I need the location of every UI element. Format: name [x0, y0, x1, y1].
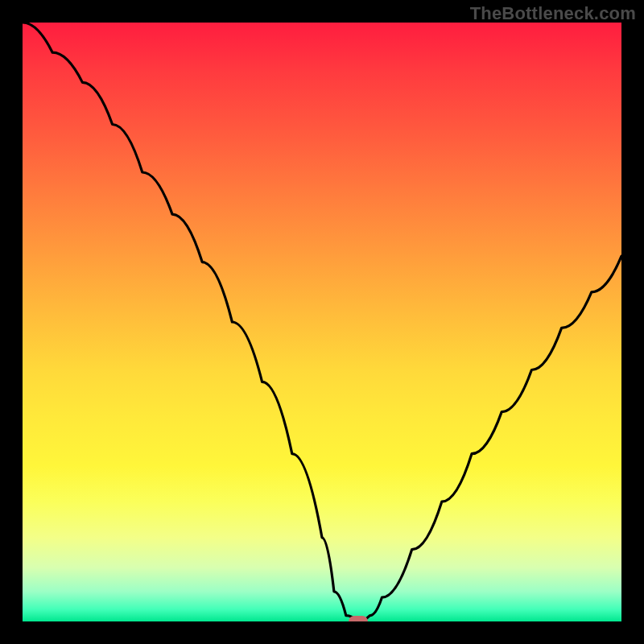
bottleneck-curve — [23, 23, 621, 621]
watermark-text: TheBottleneck.com — [470, 3, 636, 24]
chart-frame: TheBottleneck.com — [0, 0, 644, 644]
minimum-marker — [349, 616, 368, 621]
curve-path — [23, 23, 621, 621]
plot-area — [23, 23, 621, 621]
